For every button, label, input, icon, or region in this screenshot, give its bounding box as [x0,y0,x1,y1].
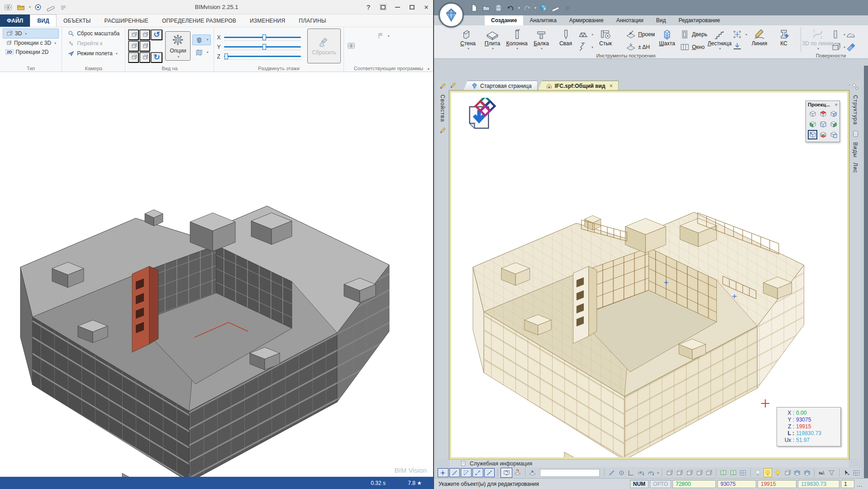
tool-Шахта[interactable]: Шахта [655,27,679,47]
slider-track-Z[interactable] [224,53,301,60]
resize-grip[interactable] [856,481,862,487]
snap-line-toggle[interactable] [449,468,460,477]
bulb-on-button[interactable] [773,468,782,477]
tool-Дверь[interactable]: Дверь [679,29,707,40]
renga-menu-tab-0[interactable]: Создание [485,15,523,25]
redo-button[interactable] [521,2,532,13]
view-selection-button[interactable] [818,120,828,129]
dropdown-icon[interactable]: ▾ [657,471,659,475]
slider-track-Y[interactable] [224,44,301,50]
box3-button[interactable] [685,468,694,477]
measure-button[interactable] [550,2,561,13]
tool-spring[interactable]: ▾ [578,42,593,53]
export-model-button[interactable] [538,2,548,13]
view-cube-button[interactable] [139,41,150,52]
reset-explode-button[interactable]: Сбросить [307,29,340,63]
view-cube-button[interactable] [139,29,150,40]
renga-menu-tab-2[interactable]: Армирование [563,15,610,25]
box1-button[interactable] [665,468,674,477]
tool-Балка[interactable]: Балка▾ [529,27,553,51]
menu-tab-2[interactable]: ОБЪЕКТЫ [57,14,98,27]
app-logo[interactable] [439,2,464,28]
reset-scale-button[interactable]: Сброс масштаба [65,29,122,38]
menu-tab-4[interactable]: ОПРЕДЕЛЕНИЕ РАЗМЕРОВ [155,14,243,27]
snap-mid-toggle[interactable] [484,468,495,477]
structure-panel-icon[interactable] [852,82,859,91]
box5-button[interactable] [704,468,713,477]
rotate-x-button[interactable]: X [637,468,646,477]
flight-mode-button[interactable]: Режим полета▾ [65,48,122,58]
box4-button[interactable] [694,468,703,477]
undo-button[interactable] [505,2,516,13]
book-right-button[interactable] [729,468,738,477]
view-cube-button[interactable] [139,52,150,63]
tool-КС[interactable]: КС [772,27,796,47]
circle-center-button[interactable] [617,468,626,477]
tool-box[interactable]: ▾ [830,42,845,53]
tool-Свая[interactable]: Свая [553,27,578,47]
tool-truss[interactable]: ▾ [578,29,593,40]
doc-tab-1[interactable]: IFC.spf:Общий вид× [538,81,619,91]
table-filter-button[interactable] [852,468,861,477]
tool-level[interactable] [732,42,747,53]
box2-button[interactable] [675,468,684,477]
map-view-button[interactable]: ▾ [192,47,211,58]
renga-menu-tab-3[interactable]: Аннотации [610,15,650,25]
panel-strip-label[interactable]: Виды [852,142,858,158]
projections-3d-button[interactable]: Проекции с 3D▾ [3,38,59,48]
doc-tab-0[interactable]: Стартовая страница [463,81,538,91]
dropdown-icon[interactable]: ▾ [534,6,536,10]
tool-Лестница[interactable]: Лестница▾ [707,27,732,51]
db-panel-icon[interactable] [852,129,859,138]
tool-Стена[interactable]: Стена▾ [456,27,480,51]
view-3d-button[interactable]: 3D▾ [3,29,59,38]
menu-tab-6[interactable]: ПЛАГИНЫ [292,14,333,27]
plane-magnet-button[interactable] [513,468,522,477]
slider-thumb-Y[interactable] [262,44,266,50]
view-cube-button[interactable] [128,52,139,63]
box-layers-button[interactable] [793,468,802,477]
view-bottom-button[interactable] [818,130,828,139]
tool-Проем[interactable]: Проем [625,29,655,40]
snap-grid-toggle[interactable] [438,468,448,477]
tool-± ΔН[interactable]: ± ΔН [625,42,655,53]
open-folder-button[interactable] [481,2,491,13]
open-folder-button[interactable] [15,2,26,13]
bimvision-logo-button[interactable] [3,2,14,13]
tool-dome[interactable] [845,29,856,40]
filter-button[interactable] [827,468,836,477]
slider-thumb-X[interactable] [262,34,266,40]
snapline-button[interactable] [607,468,616,477]
slider-track-X[interactable] [224,34,301,41]
minimize-button[interactable] [393,3,401,11]
view-two-button[interactable] [829,130,838,139]
view-right-button[interactable] [829,120,838,129]
rotate-y-button[interactable]: Y [646,468,655,477]
mode-ОРТО[interactable]: ОРТО [650,480,671,488]
dropdown-icon[interactable]: ▾ [29,5,31,9]
close-button[interactable]: × [422,3,430,11]
toolbar-options-button[interactable] [58,2,69,13]
view-rotate-redo-button[interactable]: ↻ [151,52,162,63]
fullscreen-button[interactable] [379,3,387,11]
view-iso-button[interactable] [808,109,817,119]
menu-tab-0[interactable]: ФАЙЛ [0,14,30,27]
view-axon-selected-button[interactable] [808,130,817,139]
bulb-off-button[interactable] [754,468,763,477]
tool-3D по линии[interactable]: 113D по линии▾ [806,27,830,51]
renga-3d-viewport[interactable]: Проекц... × X :0.00Y :93075Z :19915L :11… [449,91,849,459]
menu-tab-3[interactable]: РАСШИРЕННЫЕ [98,14,155,27]
properties-strip-label[interactable]: Свойства [439,95,446,122]
renga-menu-tab-1[interactable]: Аналитика [523,15,563,25]
toolbar-options-button[interactable] [562,2,573,13]
save-button[interactable] [493,2,504,13]
bimvision-3d-viewport[interactable]: BIM Vision [0,72,433,477]
paint-style-button[interactable]: ▾ [192,34,211,45]
go-to-button[interactable]: Перейти к [65,38,122,48]
tool-Колонна[interactable]: Колонна▾ [505,27,529,51]
tool-Плита[interactable]: Плита▾ [480,27,505,51]
maximize-button[interactable] [408,3,416,11]
plane-star-button[interactable] [528,468,537,477]
tool-axes[interactable]: ▾ [732,29,747,40]
flag-button[interactable]: ▾ [374,30,430,41]
